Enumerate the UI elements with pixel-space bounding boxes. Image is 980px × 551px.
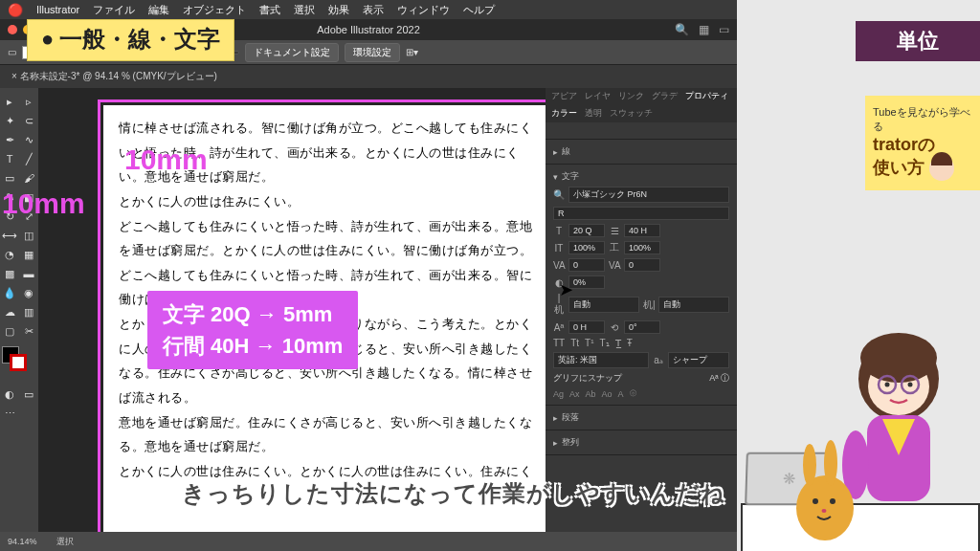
app-title: Adobe Illustrator 2022 (317, 24, 420, 35)
aki-left-select[interactable]: 自動 (568, 297, 639, 313)
line-tool[interactable]: ╱ (19, 149, 38, 168)
search-icon[interactable]: 🔍 (675, 23, 689, 36)
tsume-input[interactable] (568, 276, 605, 289)
menu-file[interactable]: ファイル (93, 3, 135, 17)
color-swatches[interactable] (0, 344, 38, 373)
tracking-icon: VA (609, 260, 620, 271)
document-tab[interactable]: × 名称未設定-3* @ 94.14 % (CMYK/プレビュー) (0, 65, 737, 88)
glyph-snap-4[interactable]: Ao (602, 389, 612, 399)
width-tool[interactable]: ⟷ (0, 226, 19, 245)
stroke-panel-title[interactable]: ▸線 (553, 143, 729, 160)
graph-tool[interactable]: ▥ (19, 302, 38, 321)
menu-select[interactable]: 選択 (294, 3, 315, 17)
preferences-button[interactable]: 環境設定 (345, 43, 400, 62)
arrange-icon[interactable]: ▦ (699, 23, 709, 36)
tab-appearance[interactable]: アピア (551, 91, 577, 102)
search-font-icon[interactable]: 🔍 (553, 189, 565, 200)
align-icon[interactable]: ⊞▾ (406, 47, 418, 57)
slice-tool[interactable]: ✂ (19, 321, 38, 341)
overlay-margin-left-label: 10mm (2, 187, 85, 220)
kerning-input[interactable] (568, 258, 605, 272)
tab-swatches[interactable]: スウォッチ (610, 108, 653, 120)
type-tool[interactable]: T (0, 149, 19, 168)
superscript-icon[interactable]: T¹ (585, 338, 593, 348)
shape-builder-tool[interactable]: ◔ (0, 245, 19, 264)
eyedropper-tool[interactable]: 💧 (0, 283, 19, 302)
mac-menubar: 🔴 Illustrator ファイル 編集 オブジェクト 書式 選択 効果 表示… (0, 0, 737, 19)
tab-gradient[interactable]: グラデ (652, 91, 678, 102)
menu-illustrator[interactable]: Illustrator (36, 4, 79, 15)
perspective-tool[interactable]: ▦ (19, 245, 38, 264)
direct-selection-tool[interactable]: ▹ (19, 92, 38, 111)
menu-effect[interactable]: 効果 (328, 3, 349, 17)
zoom-level[interactable]: 94.14% (8, 537, 37, 546)
font-family-select[interactable]: 小塚ゴシック Pr6N (568, 187, 729, 203)
artboard-tool[interactable]: ▢ (0, 321, 19, 341)
aki-right-select[interactable]: 自動 (658, 297, 729, 313)
curvature-tool[interactable]: ∿ (19, 130, 38, 149)
baseline-input[interactable] (568, 320, 605, 334)
font-weight-select[interactable]: R (553, 207, 729, 220)
glyph-snap-3[interactable]: Ab (586, 389, 596, 399)
language-select[interactable]: 英語: 米国 (553, 352, 649, 368)
tab-properties[interactable]: プロパティ (685, 91, 728, 102)
strikethrough-icon[interactable]: Ŧ (627, 338, 633, 348)
snap-options-icon[interactable]: Aª ⓘ (709, 372, 729, 385)
svg-point-14 (822, 509, 827, 513)
overlay-section-title: 一般・線・文字 (27, 19, 234, 61)
selection-tool[interactable]: ▸ (0, 92, 19, 111)
hscale-input[interactable] (624, 241, 660, 254)
tab-color[interactable]: カラー (551, 108, 577, 120)
lasso-tool[interactable]: ⊂ (19, 111, 38, 130)
cursor-icon: ➤ (559, 279, 573, 300)
close-icon[interactable] (8, 25, 17, 34)
menu-edit[interactable]: 編集 (148, 3, 169, 17)
antialias-select[interactable]: シャープ (668, 352, 729, 368)
tab-layers[interactable]: レイヤ (585, 91, 611, 102)
tab-transparency[interactable]: 透明 (585, 108, 602, 120)
blend-tool[interactable]: ◉ (19, 283, 38, 302)
pen-tool[interactable]: ✒ (0, 130, 19, 149)
glyph-snap-1[interactable]: Ag (553, 389, 564, 399)
free-transform-tool[interactable]: ◫ (19, 226, 38, 245)
menu-type[interactable]: 書式 (259, 3, 280, 17)
subscript-icon[interactable]: T₁ (600, 338, 610, 348)
wand-tool[interactable]: ✦ (0, 111, 19, 130)
paragraph-panel-title[interactable]: ▸段落 (553, 409, 729, 426)
smallcaps-icon[interactable]: Tt (570, 338, 579, 348)
underline-icon[interactable]: T̲ (615, 338, 621, 348)
screen-mode[interactable]: ▭ (19, 385, 38, 404)
menu-object[interactable]: オブジェクト (183, 3, 246, 17)
svg-point-9 (796, 475, 854, 540)
font-size-input[interactable] (568, 224, 605, 237)
menu-view[interactable]: 表示 (363, 3, 384, 17)
document-setup-button[interactable]: ドキュメント設定 (245, 43, 339, 62)
workspace-icon[interactable]: ▭ (719, 23, 729, 36)
allcaps-icon[interactable]: TT (553, 338, 565, 348)
brush-tool[interactable]: 🖌 (19, 168, 38, 187)
edit-toolbar[interactable]: ⋯ (0, 404, 19, 423)
menu-window[interactable]: ウィンドウ (397, 3, 450, 17)
leading-icon: ☰ (609, 226, 620, 236)
tracking-input[interactable] (624, 258, 660, 272)
draw-mode[interactable]: ◐ (0, 385, 19, 404)
stroke-color[interactable] (10, 354, 27, 371)
menu-help[interactable]: ヘルプ (463, 3, 495, 17)
symbol-tool[interactable]: ☁ (0, 302, 19, 321)
glyph-snap-5[interactable]: A (618, 389, 624, 399)
character-panel-title[interactable]: ▾文字 (553, 168, 729, 185)
leading-input[interactable] (624, 224, 660, 237)
apple-icon[interactable]: 🔴 (8, 3, 23, 17)
rectangle-tool[interactable]: ▭ (0, 168, 19, 187)
align-panel-title[interactable]: ▸整列 (553, 434, 729, 451)
mesh-tool[interactable]: ▩ (0, 264, 19, 283)
glyph-snap-2[interactable]: Ax (569, 389, 580, 399)
rotation-input[interactable] (624, 320, 660, 334)
svg-point-12 (813, 498, 818, 504)
glyph-snap-6[interactable]: ⦾ (630, 388, 636, 399)
svg-point-6 (908, 383, 913, 387)
vscale-icon: IT (553, 243, 565, 253)
tab-links[interactable]: リンク (618, 91, 644, 102)
gradient-tool[interactable]: ▬ (19, 264, 38, 283)
vscale-input[interactable] (568, 241, 605, 254)
